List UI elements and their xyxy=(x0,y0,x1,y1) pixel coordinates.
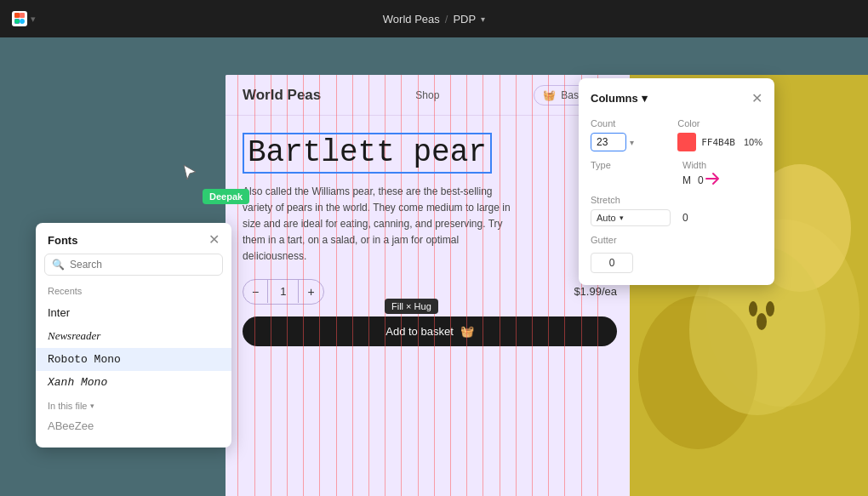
qty-minus-btn[interactable]: − xyxy=(243,280,267,304)
site-logo: World Peas xyxy=(243,87,321,104)
page-name: PDP xyxy=(453,13,476,26)
in-file-chevron: ▾ xyxy=(90,402,94,410)
canvas: World Peas Shop 🧺 Basket (4) Bartlett pe… xyxy=(0,37,868,496)
type-label: Type xyxy=(591,160,671,170)
add-to-basket-button[interactable]: Add to basket 🧺 xyxy=(243,316,617,346)
stretch-chevron: ▾ xyxy=(620,214,624,222)
svg-rect-0 xyxy=(14,13,20,18)
color-swatch-row: FF4B4B 10% xyxy=(677,133,762,151)
columns-panel-title: Columns ▾ xyxy=(591,92,648,105)
stretch-width-value: 0 xyxy=(682,212,688,224)
basket-btn-icon: 🧺 xyxy=(460,325,474,338)
gutter-value: 0 xyxy=(591,253,633,273)
columns-panel-header: Columns ▾ ✕ xyxy=(591,90,762,106)
fonts-in-file-label: In this file ▾ xyxy=(36,394,231,414)
quantity-value: 1 xyxy=(267,280,299,303)
stretch-width-field: . 0 xyxy=(682,195,762,226)
basket-icon: 🧺 xyxy=(543,89,556,101)
svg-point-11 xyxy=(766,301,774,316)
width-label: Width xyxy=(682,160,762,170)
color-hex-value: FF4B4B xyxy=(701,137,735,148)
columns-close-button[interactable]: ✕ xyxy=(751,90,762,106)
color-swatch[interactable] xyxy=(677,133,696,151)
svg-rect-4 xyxy=(14,19,20,24)
count-input[interactable] xyxy=(591,133,626,151)
font-item-inter[interactable]: Inter xyxy=(36,301,231,324)
product-description: Also called the Williams pear, these are… xyxy=(243,184,515,265)
fonts-panel-header: Fonts ✕ xyxy=(36,223,231,254)
count-value-row: ▾ xyxy=(591,133,665,151)
columns-panel[interactable]: Columns ▾ ✕ Count ▾ Color FF4B4B 10% xyxy=(579,78,774,285)
add-basket-label: Add to basket xyxy=(385,325,454,338)
stretch-field: Stretch Auto ▾ xyxy=(591,195,671,226)
search-icon: 🔍 xyxy=(52,259,65,271)
color-label: Color xyxy=(677,118,762,128)
width-row: M 0 xyxy=(682,174,762,186)
stretch-select[interactable]: Auto ▾ xyxy=(591,209,671,226)
font-item-roboto-mono[interactable]: Roboto Mono xyxy=(36,348,231,371)
font-item-newsreader[interactable]: Newsreader xyxy=(36,324,231,348)
quantity-control[interactable]: − 1 + xyxy=(243,279,324,305)
svg-rect-1 xyxy=(20,13,25,18)
svg-point-3 xyxy=(20,19,25,24)
website-mockup: World Peas Shop 🧺 Basket (4) Bartlett pe… xyxy=(226,75,634,496)
svg-point-12 xyxy=(749,301,757,316)
topbar-title: World Peas / PDP ▾ xyxy=(383,13,485,26)
heading-wrapper: Bartlett pear xyxy=(243,133,617,174)
fonts-search-input[interactable] xyxy=(70,259,215,271)
gutter-section: Gutter 0 xyxy=(591,235,762,273)
topbar: ▾ World Peas / PDP ▾ xyxy=(0,0,868,37)
fonts-recents-label: Recents xyxy=(36,282,231,301)
topbar-logo[interactable]: ▾ xyxy=(12,11,36,26)
product-heading: Bartlett pear xyxy=(243,133,492,174)
color-field: Color FF4B4B 10% xyxy=(677,118,762,151)
fonts-panel-title: Fonts xyxy=(48,234,77,247)
topbar-logo-arrow: ▾ xyxy=(31,14,36,25)
fonts-search-box[interactable]: 🔍 xyxy=(44,254,223,276)
margin-label: M xyxy=(682,174,691,186)
breadcrumb-separator: / xyxy=(445,13,448,26)
site-nav-links: Shop xyxy=(415,89,439,101)
product-price: $1.99/ea xyxy=(574,285,617,298)
page-chevron[interactable]: ▾ xyxy=(481,14,485,24)
margin-value: 0 xyxy=(698,174,704,186)
badge-fill-hug: Fill × Hug xyxy=(385,299,438,314)
project-name: World Peas xyxy=(383,13,440,26)
count-field: Count ▾ xyxy=(591,118,665,151)
site-content: Bartlett pear Also called the Williams p… xyxy=(226,116,634,363)
stretch-label: Stretch xyxy=(591,195,671,205)
gutter-label: Gutter xyxy=(591,235,762,245)
opacity-value: 10% xyxy=(744,137,762,147)
count-chevron[interactable]: ▾ xyxy=(630,138,634,147)
figma-icon xyxy=(12,11,27,26)
nav-shop[interactable]: Shop xyxy=(415,89,439,101)
font-item-xanh-mono[interactable]: Xanh Mono xyxy=(36,371,231,394)
width-field: Width M 0 xyxy=(682,160,762,186)
arrow-cursor-pointer xyxy=(705,170,722,191)
font-item-abeezee[interactable]: ABeeZee xyxy=(36,414,231,437)
badge-deepak: Deepak xyxy=(203,189,249,204)
site-nav: World Peas Shop 🧺 Basket (4) xyxy=(226,75,634,116)
fonts-close-button[interactable]: ✕ xyxy=(208,233,220,247)
type-field: Type xyxy=(591,160,671,186)
columns-chevron[interactable]: ▾ xyxy=(642,92,648,105)
count-label: Count xyxy=(591,118,665,128)
qty-plus-btn[interactable]: + xyxy=(299,280,323,304)
cursor xyxy=(180,163,199,185)
fonts-panel[interactable]: Fonts ✕ 🔍 Recents Inter Newsreader Robot… xyxy=(36,223,231,448)
svg-point-10 xyxy=(757,313,767,330)
